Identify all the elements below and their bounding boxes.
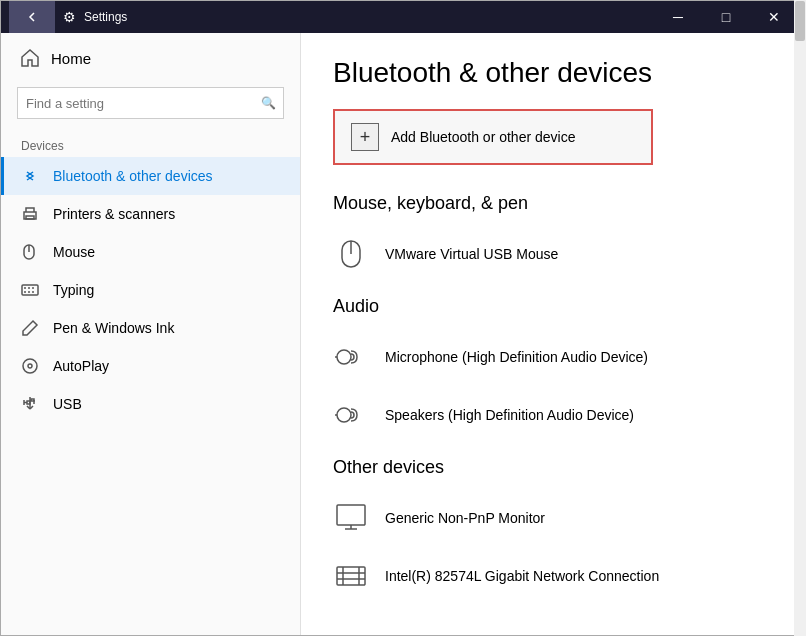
main-content: Bluetooth & other devices + Add Bluetoot…: [301, 33, 805, 635]
window-title: Settings: [84, 10, 127, 24]
list-item: VMware Virtual USB Mouse: [333, 228, 773, 280]
speakers-icon: [333, 397, 369, 433]
speakers-name: Speakers (High Definition Audio Device): [385, 407, 634, 423]
printer-icon: [21, 205, 41, 223]
vmware-mouse-name: VMware Virtual USB Mouse: [385, 246, 558, 262]
list-item: Intel(R) 82574L Gigabit Network Connecti…: [333, 550, 773, 602]
search-icon: 🔍: [261, 96, 276, 110]
mouse-device-icon: [333, 236, 369, 272]
svg-point-12: [28, 364, 32, 368]
title-bar-left: ⚙ Settings: [9, 1, 127, 33]
mouse-keyboard-header: Mouse, keyboard, & pen: [333, 193, 773, 214]
sidebar-item-mouse[interactable]: Mouse: [1, 233, 300, 271]
back-button[interactable]: [9, 1, 55, 33]
minimize-button[interactable]: ─: [655, 1, 701, 33]
home-icon: [21, 49, 39, 67]
close-button[interactable]: ✕: [751, 1, 797, 33]
svg-rect-28: [337, 567, 365, 585]
sidebar-item-pen[interactable]: Pen & Windows Ink: [1, 309, 300, 347]
mouse-keyboard-section: Mouse, keyboard, & pen VMware Virtual US…: [333, 193, 773, 280]
other-devices-section: Other devices Generic Non-PnP Monitor: [333, 457, 773, 602]
mouse-nav-icon: [21, 243, 41, 261]
list-item: Microphone (High Definition Audio Device…: [333, 331, 773, 383]
pen-icon: [21, 319, 41, 337]
scrollbar-track[interactable]: [794, 33, 805, 635]
svg-point-23: [337, 408, 351, 422]
content-area: Home 🔍 Devices Bluetooth & other devices: [1, 33, 805, 635]
autoplay-icon: [21, 357, 41, 375]
usb-label: USB: [53, 396, 82, 412]
scrollbar-thumb[interactable]: [795, 33, 805, 41]
network-icon: [333, 558, 369, 594]
sidebar-item-typing[interactable]: Typing: [1, 271, 300, 309]
settings-app-icon: ⚙: [63, 9, 76, 25]
typing-icon: [21, 281, 41, 299]
title-bar-controls: ─ □ ✕: [655, 1, 797, 33]
settings-window: ⚙ Settings ─ □ ✕ Home 🔍: [0, 0, 806, 636]
list-item: Speakers (High Definition Audio Device): [333, 389, 773, 441]
monitor-name: Generic Non-PnP Monitor: [385, 510, 545, 526]
add-device-button[interactable]: + Add Bluetooth or other device: [333, 109, 653, 165]
usb-icon: [21, 395, 41, 413]
title-bar: ⚙ Settings ─ □ ✕: [1, 1, 805, 33]
bluetooth-icon: [21, 167, 41, 185]
other-devices-header: Other devices: [333, 457, 773, 478]
sidebar: Home 🔍 Devices Bluetooth & other devices: [1, 33, 301, 635]
search-input[interactable]: [17, 87, 284, 119]
sidebar-item-home[interactable]: Home: [1, 33, 300, 83]
network-name: Intel(R) 82574L Gigabit Network Connecti…: [385, 568, 659, 584]
pen-label: Pen & Windows Ink: [53, 320, 174, 336]
bluetooth-label: Bluetooth & other devices: [53, 168, 213, 184]
microphone-name: Microphone (High Definition Audio Device…: [385, 349, 648, 365]
sidebar-item-autoplay[interactable]: AutoPlay: [1, 347, 300, 385]
sidebar-section-label: Devices: [1, 131, 300, 157]
svg-rect-1: [26, 216, 34, 219]
add-device-plus-icon: +: [351, 123, 379, 151]
sidebar-item-printers[interactable]: Printers & scanners: [1, 195, 300, 233]
microphone-icon: [333, 339, 369, 375]
svg-rect-4: [22, 285, 38, 295]
typing-label: Typing: [53, 282, 94, 298]
audio-section: Audio Microphone (High Definition Audio …: [333, 296, 773, 441]
page-title: Bluetooth & other devices: [333, 57, 773, 89]
audio-header: Audio: [333, 296, 773, 317]
add-device-label: Add Bluetooth or other device: [391, 129, 575, 145]
mouse-label: Mouse: [53, 244, 95, 260]
svg-point-11: [23, 359, 37, 373]
monitor-icon: [333, 500, 369, 536]
sidebar-search: 🔍: [17, 87, 284, 119]
home-label: Home: [51, 50, 91, 67]
svg-rect-25: [337, 505, 365, 525]
sidebar-item-bluetooth[interactable]: Bluetooth & other devices: [1, 157, 300, 195]
maximize-button[interactable]: □: [703, 1, 749, 33]
sidebar-item-usb[interactable]: USB: [1, 385, 300, 423]
printers-label: Printers & scanners: [53, 206, 175, 222]
svg-rect-14: [27, 401, 30, 404]
autoplay-label: AutoPlay: [53, 358, 109, 374]
list-item: Generic Non-PnP Monitor: [333, 492, 773, 544]
svg-point-21: [337, 350, 351, 364]
